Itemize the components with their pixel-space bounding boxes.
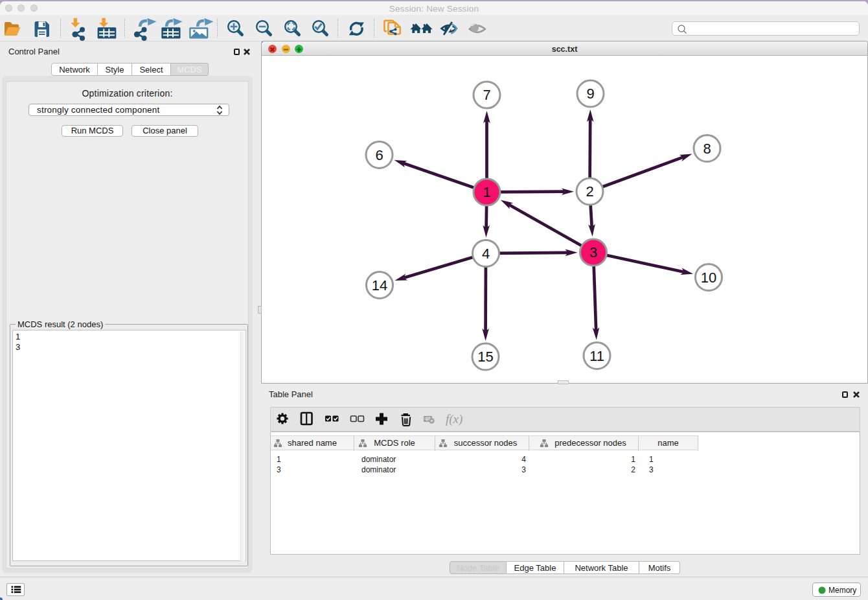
svg-text:9: 9 bbox=[586, 86, 594, 102]
svg-text:10: 10 bbox=[701, 270, 716, 286]
svg-text:6: 6 bbox=[375, 147, 383, 163]
svg-text:14: 14 bbox=[372, 277, 387, 294]
svg-text:2: 2 bbox=[586, 183, 593, 200]
svg-text:4: 4 bbox=[482, 246, 490, 262]
svg-text:15: 15 bbox=[477, 349, 493, 365]
svg-text:3: 3 bbox=[589, 244, 597, 260]
svg-text:11: 11 bbox=[589, 348, 604, 364]
svg-text:1: 1 bbox=[483, 184, 490, 200]
svg-text:7: 7 bbox=[483, 87, 490, 103]
svg-text:f(x): f(x) bbox=[446, 412, 463, 426]
svg-text:8: 8 bbox=[703, 141, 711, 157]
